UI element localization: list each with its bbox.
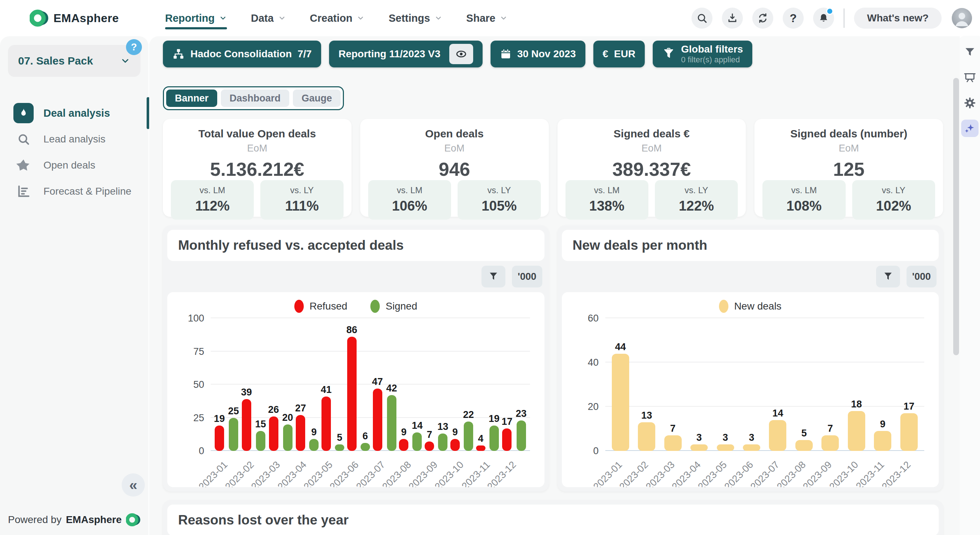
bar[interactable] [874,431,891,451]
legend-item[interactable]: New deals [719,300,782,313]
bar[interactable] [242,399,251,451]
bar[interactable] [347,337,356,451]
consolidation-button[interactable]: Hadoc Consolidation 7/7 [163,41,321,67]
legend-item[interactable]: Refused [294,300,347,313]
bar[interactable] [900,413,918,451]
rail-ai-assistant-button[interactable] [961,120,978,137]
rail-filter-button[interactable] [961,43,978,61]
powered-brand: EMAsphere [66,514,122,525]
chart-filter-button[interactable] [482,266,505,287]
currency-button[interactable]: € EUR [593,41,645,67]
sidebar-item-lead-analysis[interactable]: Lead analysis [0,126,148,152]
nav-settings[interactable]: Settings [388,6,442,31]
bar[interactable] [283,425,293,451]
bar-column: 86 [347,318,357,451]
bar-value-label: 3 [722,433,728,442]
bar[interactable] [387,395,396,451]
preview-button[interactable] [449,44,473,64]
nav-label: Creation [310,12,353,24]
bar[interactable] [795,440,813,451]
chevron-down-icon [434,14,442,22]
unit-thousands-button[interactable]: '000 [907,266,937,287]
legend-marker [294,300,304,313]
bar[interactable] [769,420,786,451]
bar[interactable] [269,417,278,451]
bar[interactable] [321,396,331,451]
download-icon [727,12,738,24]
bar[interactable] [335,444,344,451]
rail-presentation-button[interactable] [961,69,978,86]
bar[interactable] [464,422,473,451]
bar[interactable] [743,444,760,451]
kpi-card-total-value-open-deals: Total value Open deals EoM 5.136.212€ vs… [163,119,352,217]
refresh-button[interactable] [752,8,773,29]
tab-gauge[interactable]: Gauge [293,89,340,107]
nav-share[interactable]: Share [466,6,508,31]
search-button[interactable] [692,8,713,29]
panel-refused-vs-accepted: Monthly refused vs. accepted deals '000 … [163,225,549,492]
whats-new-button[interactable]: What's new? [854,8,942,29]
brand-logo[interactable]: EMAsphere [0,9,148,27]
bar[interactable] [476,446,485,451]
bar-group: 3 [743,318,760,451]
bar[interactable] [438,433,447,451]
bar-value-label: 7 [427,430,432,440]
bar[interactable] [373,388,382,451]
bar[interactable] [296,415,305,451]
sidebar-item-forecast-pipeline[interactable]: Forecast & Pipeline [0,178,148,204]
panel-title: Reasons lost over the year [167,505,939,535]
sidebar-item-label: Deal analysis [43,107,110,119]
chevron-down-icon [219,14,227,22]
tab-banner[interactable]: Banner [166,89,217,107]
sidebar-collapse-button[interactable]: « [122,473,145,497]
bar[interactable] [821,435,839,451]
kpi-value: 946 [439,158,470,180]
kpi-vs-lm: vs. LM 138% [565,180,648,220]
notifications-button[interactable] [813,8,834,29]
bar-chart-icon [13,184,34,199]
bar[interactable] [309,439,318,451]
bar[interactable] [638,422,655,451]
bar-value-label: 9 [401,427,407,437]
bar[interactable] [361,443,370,451]
sidebar-item-open-deals[interactable]: Open deals [0,152,148,178]
y-axis-tick: 0 [199,446,204,457]
global-filters-button[interactable]: Global filters 0 filter(s) applied [653,41,752,67]
bar[interactable] [517,420,526,451]
nav-creation[interactable]: Creation [310,6,365,31]
bar[interactable] [848,411,865,451]
bar[interactable] [256,431,266,451]
nav-reporting[interactable]: Reporting [165,6,227,31]
bar[interactable] [412,433,422,451]
report-version-button[interactable]: Reporting 11/2023 V3 [329,41,482,67]
user-avatar[interactable] [952,8,972,28]
chart-filter-button[interactable] [876,266,900,287]
chart-refused-vs-accepted: RefusedSigned 02550751001925391526202794… [167,292,544,487]
chart-legend: New deals [575,294,926,318]
bar[interactable] [450,439,460,451]
unit-thousands-button[interactable]: '000 [512,266,542,287]
bar[interactable] [229,418,238,451]
bar[interactable] [425,441,434,451]
consolidation-label: Hadoc Consolidation [191,48,292,60]
pack-selector[interactable]: 07. Sales Pack ? [8,45,140,77]
tab-dashboard[interactable]: Dashboard [221,89,289,107]
bar[interactable] [490,426,499,451]
bar[interactable] [664,435,682,451]
sparkles-icon [964,122,976,134]
help-button[interactable]: ? [783,8,804,29]
rail-settings-button[interactable] [961,94,978,112]
nav-data[interactable]: Data [251,6,286,31]
download-button[interactable] [722,8,743,29]
bar[interactable] [215,426,224,451]
bar[interactable] [717,444,734,451]
bar[interactable] [612,354,629,451]
vertical-scrollbar[interactable] [953,78,959,355]
bar[interactable] [502,428,512,451]
sidebar-item-deal-analysis[interactable]: Deal analysis [0,100,148,126]
legend-item[interactable]: Signed [370,300,417,313]
date-picker-button[interactable]: 30 Nov 2023 [490,41,585,67]
bar[interactable] [399,439,408,451]
bar[interactable] [690,444,708,451]
pack-help-badge[interactable]: ? [126,39,142,55]
